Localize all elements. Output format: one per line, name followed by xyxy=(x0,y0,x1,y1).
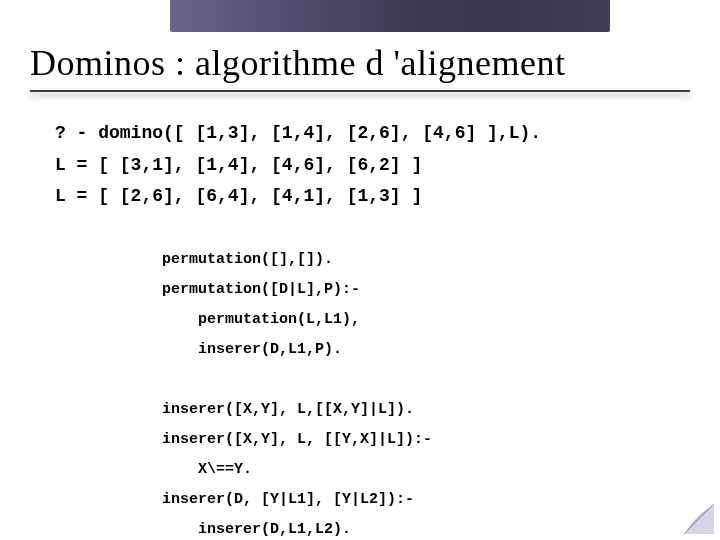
header-accent-band xyxy=(170,0,610,32)
title-underline xyxy=(30,90,690,92)
code-block-query-results: ? - domino([ [1,3], [1,4], [2,6], [4,6] … xyxy=(55,118,541,213)
page-curl-icon xyxy=(684,504,714,534)
slide-title: Dominos : algorithme d 'alignement xyxy=(30,42,690,84)
code-block-prolog-definitions: permutation([],[]). permutation([D|L],P)… xyxy=(162,245,432,540)
slide: Dominos : algorithme d 'alignement ? - d… xyxy=(0,0,720,540)
